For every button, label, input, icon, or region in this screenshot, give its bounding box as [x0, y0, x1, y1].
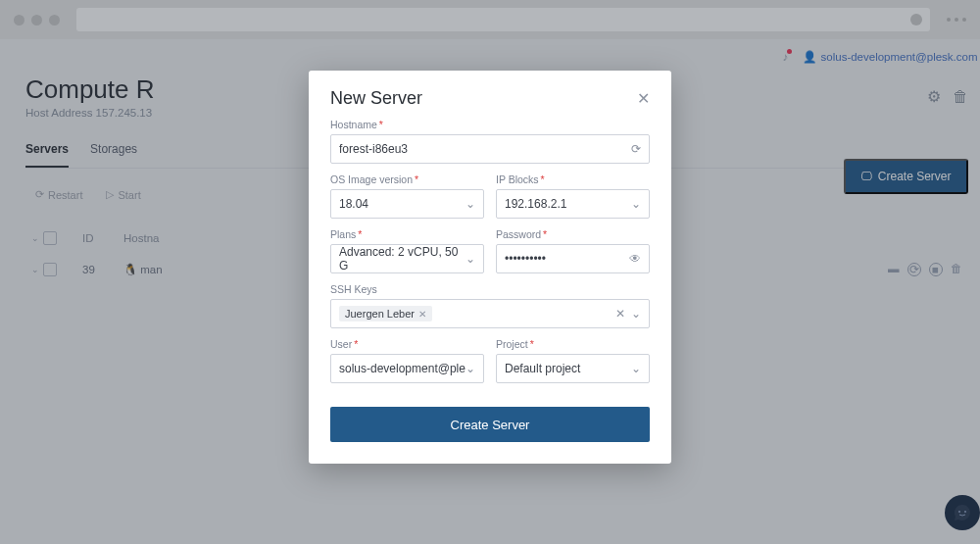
os-label: OS Image version* — [330, 173, 484, 185]
chevron-down-icon: ⌄ — [631, 197, 641, 211]
modal-title: New Server — [330, 88, 422, 109]
sshkeys-select[interactable]: Juergen Leber ✕ ✕ ⌄ — [330, 299, 650, 328]
hostname-label: Hostname* — [330, 119, 650, 130]
project-select[interactable]: Default project⌄ — [496, 354, 650, 383]
hostname-input[interactable]: ⟳ — [330, 134, 650, 164]
user-select[interactable]: solus-development@ple⌄ — [330, 354, 484, 383]
plans-select[interactable]: Advanced: 2 vCPU, 50 G⌄ — [330, 244, 484, 273]
chevron-down-icon: ⌄ — [466, 197, 475, 211]
chevron-down-icon: ⌄ — [631, 362, 641, 375]
chip-remove-icon[interactable]: ✕ — [418, 309, 426, 320]
new-server-modal: New Server ✕ Hostname* ⟳ OS Image versio… — [309, 71, 671, 464]
password-input[interactable]: ••••••••••👁 — [496, 244, 650, 273]
os-select[interactable]: 18.04⌄ — [330, 189, 484, 219]
user-label: User* — [330, 338, 484, 350]
ipblocks-label: IP Blocks* — [496, 173, 650, 185]
submit-create-server-button[interactable]: Create Server — [330, 407, 650, 442]
eye-icon[interactable]: 👁 — [629, 252, 641, 266]
sshkeys-label: SSH Keys — [330, 283, 650, 295]
refresh-icon[interactable]: ⟳ — [631, 142, 641, 156]
plans-label: Plans* — [330, 228, 484, 240]
clear-icon[interactable]: ✕ — [615, 307, 625, 321]
close-icon[interactable]: ✕ — [637, 89, 650, 108]
chevron-down-icon: ⌄ — [466, 362, 475, 375]
sshkey-chip: Juergen Leber ✕ — [339, 306, 432, 321]
chevron-down-icon: ⌄ — [631, 307, 641, 321]
chevron-down-icon: ⌄ — [466, 252, 475, 266]
ipblocks-select[interactable]: 192.168.2.1⌄ — [496, 189, 650, 219]
modal-overlay: New Server ✕ Hostname* ⟳ OS Image versio… — [0, 0, 980, 544]
password-label: Password* — [496, 228, 650, 240]
project-label: Project* — [496, 338, 650, 350]
